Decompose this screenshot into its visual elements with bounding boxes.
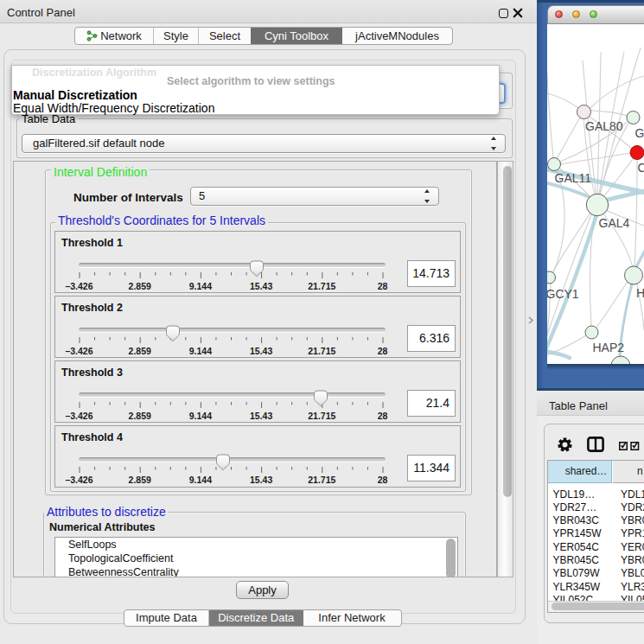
svg-text:H: H bbox=[636, 286, 644, 300]
svg-text:HAP2: HAP2 bbox=[593, 341, 625, 354]
svg-text:GAL11: GAL11 bbox=[555, 171, 592, 185]
svg-text:GCY1: GCY1 bbox=[547, 287, 579, 301]
svg-text:GAL80: GAL80 bbox=[585, 119, 623, 133]
svg-text:GAL4: GAL4 bbox=[599, 216, 630, 230]
svg-text:G.: G. bbox=[635, 126, 644, 140]
svg-text:C: C bbox=[638, 161, 644, 175]
